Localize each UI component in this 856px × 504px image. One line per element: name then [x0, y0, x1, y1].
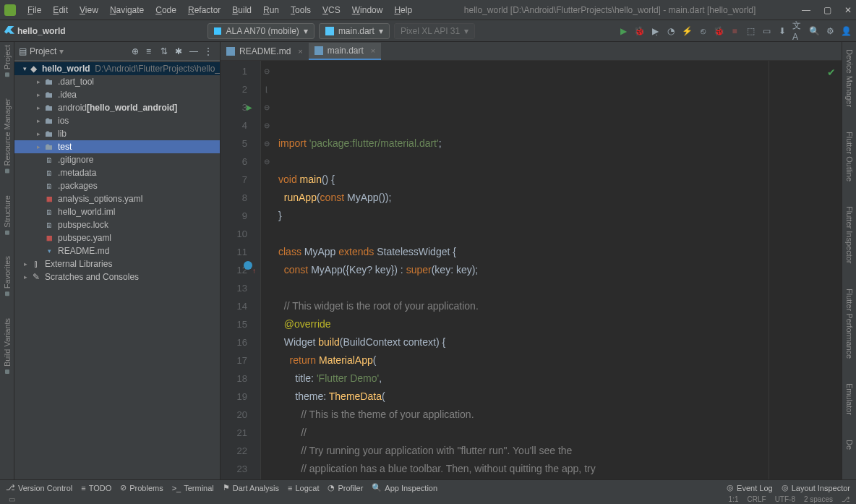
- settings-icon[interactable]: ✱: [175, 46, 187, 56]
- emulator-selector[interactable]: Pixel XL API 31▾: [394, 23, 475, 39]
- implements-gutter-icon[interactable]: ↑: [252, 262, 256, 280]
- tree-item[interactable]: ▸✎Scratches and Consoles: [14, 270, 220, 283]
- tree-item[interactable]: ▸🖿.dart_tool: [14, 75, 220, 88]
- menu-refactor[interactable]: Refactor: [182, 5, 226, 15]
- right-tool-flutter-performance[interactable]: Flutter Performance: [845, 286, 854, 359]
- hot-reload-icon[interactable]: ⚡: [681, 25, 693, 37]
- attach-icon[interactable]: ⎋: [697, 25, 709, 37]
- git-branch[interactable]: ⎇: [842, 495, 850, 504]
- close-icon[interactable]: ✕: [844, 5, 852, 15]
- tab-main.dart[interactable]: main.dart×: [309, 43, 381, 60]
- device-selector[interactable]: ALA AN70 (mobile)▾: [207, 23, 314, 39]
- search-icon[interactable]: 🔍: [808, 25, 820, 37]
- tree-item[interactable]: ▸🖿.idea: [14, 88, 220, 101]
- menu-navigate[interactable]: Navigate: [104, 5, 150, 15]
- debug-icon[interactable]: 🐞: [633, 25, 645, 37]
- profile-icon[interactable]: ◔: [665, 25, 677, 37]
- sdk-icon[interactable]: ⬇: [776, 25, 788, 37]
- tree-item[interactable]: 🗎.packages: [14, 179, 220, 192]
- tree-item[interactable]: 🗎.metadata: [14, 166, 220, 179]
- devtools-icon[interactable]: ⬚: [745, 25, 756, 37]
- tree-item[interactable]: ▸🖿ios: [14, 114, 220, 127]
- tree-item[interactable]: ▾README.md: [14, 244, 220, 257]
- flutter-attach-icon[interactable]: 🐞: [713, 25, 724, 37]
- left-tool-resource-manager[interactable]: Resource Manager: [3, 98, 12, 174]
- right-tool-device-manager[interactable]: Device Manager: [845, 46, 854, 107]
- run-gutter-icon[interactable]: ▶: [247, 98, 252, 116]
- bottom-terminal[interactable]: >_Terminal: [172, 484, 214, 492]
- left-tool-project[interactable]: Project: [3, 45, 12, 77]
- menu-file[interactable]: File: [22, 5, 47, 15]
- tab-README.md[interactable]: README.md×: [221, 43, 309, 60]
- bottom-logcat[interactable]: ≡Logcat: [288, 484, 319, 492]
- menu-edit[interactable]: Edit: [47, 5, 74, 15]
- gutter[interactable]: ▶ ↑ 123456789101112131415161718192021222…: [221, 61, 261, 479]
- left-tool-build-variants[interactable]: Build Variants: [3, 318, 12, 374]
- breadcrumb[interactable]: hello_world: [17, 26, 66, 36]
- tree-item[interactable]: ▸🖿android [hello_world_android]: [14, 101, 220, 114]
- more-icon[interactable]: ⋮: [204, 46, 215, 56]
- bottom-profiler[interactable]: ◔Profiler: [328, 483, 363, 492]
- notifications-icon[interactable]: ▭: [9, 495, 15, 504]
- coverage-icon[interactable]: ▶̣: [649, 25, 661, 37]
- menu-view[interactable]: View: [74, 5, 104, 15]
- run-icon[interactable]: ▶: [617, 25, 629, 37]
- sync-icon[interactable]: 文A: [792, 25, 804, 37]
- inspection-ok-icon[interactable]: ✔: [827, 64, 836, 82]
- user-icon[interactable]: 👤: [840, 25, 852, 37]
- tree-item[interactable]: ▦pubspec.yaml: [14, 231, 220, 244]
- right-tool-flutter-outline[interactable]: Flutter Outline: [845, 129, 854, 181]
- menu-tools[interactable]: Tools: [285, 5, 317, 15]
- hide-icon[interactable]: —: [189, 46, 201, 56]
- right-tool-flutter-inspector[interactable]: Flutter Inspector: [845, 203, 854, 263]
- bottom-todo[interactable]: ≡TODO: [81, 484, 111, 492]
- indent[interactable]: 2 spaces: [804, 495, 833, 504]
- project-tree[interactable]: ▾◆hello_world D:\Android\FlutterProjects…: [14, 61, 220, 479]
- tree-item[interactable]: ▸🖿lib: [14, 127, 220, 140]
- left-tool-favorites[interactable]: Favorites: [3, 256, 12, 296]
- tree-item[interactable]: ▾◆hello_world D:\Android\FlutterProjects…: [14, 62, 220, 75]
- select-opened-icon[interactable]: ⊕: [132, 46, 143, 56]
- tree-item[interactable]: ▸⫿External Libraries: [14, 257, 220, 270]
- tree-item[interactable]: 🗎hello_world.iml: [14, 205, 220, 218]
- collapse-icon[interactable]: ⇅: [160, 46, 172, 56]
- bottom-event-log[interactable]: ◎Event Log: [727, 483, 773, 492]
- expand-icon[interactable]: ≡: [146, 46, 158, 56]
- bottom-dart-analysis[interactable]: ⚑Dart Analysis: [223, 483, 279, 492]
- run-config-selector[interactable]: main.dart▾: [319, 23, 390, 39]
- menu-vcs[interactable]: VCS: [317, 5, 346, 15]
- encoding[interactable]: UTF-8: [775, 495, 795, 504]
- menu-run[interactable]: Run: [257, 5, 285, 15]
- bottom-problems[interactable]: ⊘Problems: [120, 483, 163, 492]
- tree-item[interactable]: 🗎.gitignore: [14, 153, 220, 166]
- right-tool-de[interactable]: De: [845, 437, 854, 450]
- menu-bar: FileEditViewNavigateCodeRefactorBuildRun…: [22, 5, 418, 15]
- close-tab-icon[interactable]: ×: [298, 47, 302, 56]
- tree-item[interactable]: ▦analysis_options.yaml: [14, 192, 220, 205]
- fold-column[interactable]: ⊖⌊⊖⊖⊖⊖: [261, 61, 273, 479]
- minimize-icon[interactable]: —: [802, 5, 810, 15]
- left-tool-structure[interactable]: Structure: [3, 195, 12, 235]
- avd-icon[interactable]: ▭: [761, 25, 772, 37]
- close-tab-icon[interactable]: ×: [371, 46, 375, 55]
- line-ending[interactable]: CRLF: [748, 495, 766, 504]
- code-area: ▶ ↑ 123456789101112131415161718192021222…: [221, 61, 842, 479]
- settings-icon[interactable]: ⚙: [824, 25, 836, 37]
- sidebar-title[interactable]: Project: [30, 46, 56, 56]
- override-gutter-icon[interactable]: [244, 261, 252, 270]
- tree-item[interactable]: 🗎pubspec.lock: [14, 218, 220, 231]
- dropdown-icon[interactable]: ▾: [59, 46, 64, 56]
- menu-code[interactable]: Code: [150, 5, 182, 15]
- maximize-icon[interactable]: ▢: [823, 5, 831, 15]
- menu-build[interactable]: Build: [226, 5, 257, 15]
- menu-help[interactable]: Help: [388, 5, 418, 15]
- right-tool-emulator[interactable]: Emulator: [845, 380, 854, 415]
- tree-item[interactable]: ▸🖿test: [14, 140, 220, 153]
- caret-position[interactable]: 1:1: [729, 495, 739, 504]
- bottom-version-control[interactable]: ⎇Version Control: [6, 483, 72, 492]
- bottom-app-inspection[interactable]: 🔍App Inspection: [372, 483, 437, 492]
- code-editor[interactable]: ✔ import 'package:flutter/material.dart'…: [273, 61, 842, 479]
- bottom-layout-inspector[interactable]: ◎Layout Inspector: [782, 483, 850, 492]
- menu-window[interactable]: Window: [346, 5, 389, 15]
- stop-icon[interactable]: ■: [729, 25, 740, 37]
